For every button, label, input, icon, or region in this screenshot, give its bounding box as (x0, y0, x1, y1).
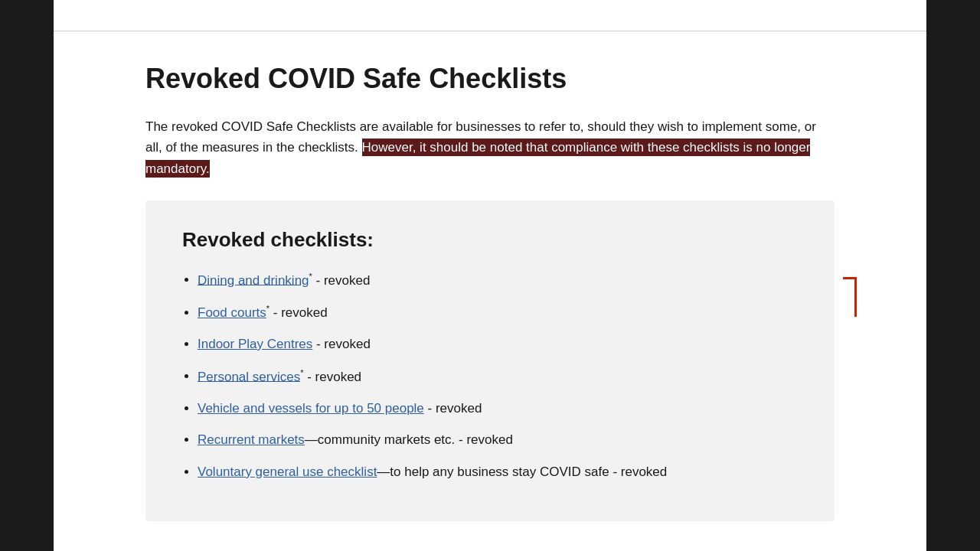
checklist-heading: Revoked checklists: (182, 228, 798, 252)
list-item: Personal services* - revoked (198, 367, 798, 386)
intro-paragraph: The revoked COVID Safe Checklists are av… (145, 116, 835, 179)
list-item: Indoor Play Centres - revoked (198, 334, 798, 354)
top-divider (54, 31, 926, 31)
personal-services-link[interactable]: Personal services (198, 369, 300, 383)
page-title: Revoked COVID Safe Checklists (145, 62, 835, 95)
list-item: Voluntary general use checklist—to help … (198, 462, 798, 482)
list-item: Vehicle and vessels for up to 50 people … (198, 399, 798, 419)
checklist-box: Revoked checklists: Dining and drinking*… (145, 201, 835, 521)
dining-drinking-link[interactable]: Dining and drinking (198, 272, 309, 287)
list-item: Recurrent markets—community markets etc.… (198, 430, 798, 450)
food-courts-link[interactable]: Food courts (198, 305, 266, 320)
page-container: Revoked COVID Safe Checklists The revoke… (54, 0, 926, 551)
content-area: Revoked COVID Safe Checklists The revoke… (54, 62, 926, 521)
voluntary-checklist-link[interactable]: Voluntary general use checklist (198, 465, 377, 479)
list-item: Food courts* - revoked (198, 302, 798, 322)
checklist-list: Dining and drinking* - revoked Food cour… (182, 270, 798, 481)
vehicle-vessels-link[interactable]: Vehicle and vessels for up to 50 people (198, 401, 424, 416)
list-item: Dining and drinking* - revoked (198, 270, 798, 290)
indoor-play-link[interactable]: Indoor Play Centres (198, 337, 312, 351)
recurrent-markets-link[interactable]: Recurrent markets (198, 432, 305, 447)
